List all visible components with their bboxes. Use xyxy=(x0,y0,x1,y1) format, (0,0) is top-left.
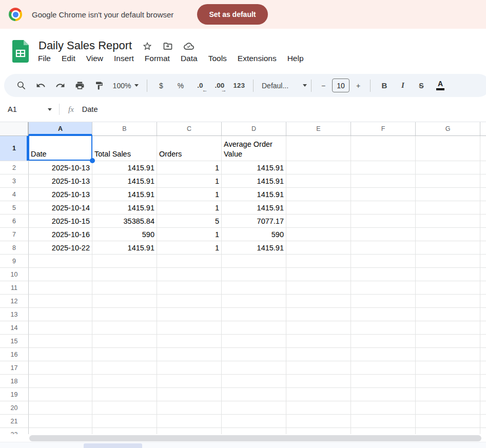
row-header-9[interactable]: 9 xyxy=(0,255,29,268)
cell-D17[interactable] xyxy=(222,361,286,375)
cell-G14[interactable] xyxy=(416,321,480,335)
cell-B1[interactable]: Total Sales xyxy=(92,136,157,161)
cell-A16[interactable] xyxy=(29,348,92,361)
cell-B19[interactable] xyxy=(92,388,157,401)
cell-E2[interactable] xyxy=(286,161,351,174)
cell-C15[interactable] xyxy=(157,335,222,348)
horizontal-scrollbar[interactable] xyxy=(29,435,481,441)
row-header-10[interactable]: 10 xyxy=(0,268,29,281)
cell-D19[interactable] xyxy=(222,388,286,401)
cell-D18[interactable] xyxy=(222,375,286,388)
column-header-G[interactable]: G xyxy=(416,122,480,135)
cell-C18[interactable] xyxy=(157,375,222,388)
row-header-21[interactable]: 21 xyxy=(0,415,29,428)
cell-F6[interactable] xyxy=(351,215,416,228)
cell-C2[interactable]: 1 xyxy=(157,161,222,174)
cell-B13[interactable] xyxy=(92,308,157,321)
cell-G3[interactable] xyxy=(416,174,480,188)
cell-C13[interactable] xyxy=(157,308,222,321)
menu-item-file[interactable]: File xyxy=(38,54,51,63)
cell-A14[interactable] xyxy=(29,321,92,335)
cell-F16[interactable] xyxy=(351,348,416,361)
cell-A19[interactable] xyxy=(29,388,92,401)
cell-B6[interactable]: 35385.84 xyxy=(92,215,157,228)
cell-B2[interactable]: 1415.91 xyxy=(92,161,157,174)
cell-A10[interactable] xyxy=(29,268,92,281)
row-header-1[interactable]: 1 xyxy=(0,136,29,161)
cell-A22[interactable] xyxy=(29,428,92,434)
cell-C19[interactable] xyxy=(157,388,222,401)
cell-F12[interactable] xyxy=(351,295,416,308)
cell-E13[interactable] xyxy=(286,308,351,321)
cell-C20[interactable] xyxy=(157,401,222,415)
row-header-19[interactable]: 19 xyxy=(0,388,29,401)
cell-D14[interactable] xyxy=(222,321,286,335)
cell-F22[interactable] xyxy=(351,428,416,434)
cell-C10[interactable] xyxy=(157,268,222,281)
cell-B5[interactable]: 1415.91 xyxy=(92,201,157,215)
cell-E11[interactable] xyxy=(286,281,351,295)
cell-G22[interactable] xyxy=(416,428,480,434)
cell-F4[interactable] xyxy=(351,188,416,201)
cell-F17[interactable] xyxy=(351,361,416,375)
undo-button[interactable] xyxy=(31,78,50,93)
font-family-select[interactable]: Defaul... xyxy=(258,82,307,90)
cell-F2[interactable] xyxy=(351,161,416,174)
cell-A11[interactable] xyxy=(29,281,92,295)
cell-A6[interactable]: 2025-10-15 xyxy=(29,215,92,228)
cell-F3[interactable] xyxy=(351,174,416,188)
cell-F18[interactable] xyxy=(351,375,416,388)
cell-E9[interactable] xyxy=(286,255,351,268)
row-header-4[interactable]: 4 xyxy=(0,188,29,201)
cell-F9[interactable] xyxy=(351,255,416,268)
cell-B4[interactable]: 1415.91 xyxy=(92,188,157,201)
cell-F7[interactable] xyxy=(351,228,416,241)
cell-E16[interactable] xyxy=(286,348,351,361)
row-header-11[interactable]: 11 xyxy=(0,281,29,295)
cell-C22[interactable] xyxy=(157,428,222,434)
menu-item-data[interactable]: Data xyxy=(181,54,198,63)
cell-E5[interactable] xyxy=(286,201,351,215)
column-header-B[interactable]: B xyxy=(92,122,157,135)
cell-D21[interactable] xyxy=(222,415,286,428)
cell-A4[interactable]: 2025-10-13 xyxy=(29,188,92,201)
cell-C4[interactable]: 1 xyxy=(157,188,222,201)
bold-button[interactable]: B xyxy=(375,78,394,93)
cell-G11[interactable] xyxy=(416,281,480,295)
cell-G12[interactable] xyxy=(416,295,480,308)
cell-F13[interactable] xyxy=(351,308,416,321)
chevron-down-icon[interactable] xyxy=(48,108,52,111)
cell-D20[interactable] xyxy=(222,401,286,415)
row-header-6[interactable]: 6 xyxy=(0,215,29,228)
cell-G16[interactable] xyxy=(416,348,480,361)
cell-C12[interactable] xyxy=(157,295,222,308)
cell-E19[interactable] xyxy=(286,388,351,401)
formula-input[interactable]: Date xyxy=(82,105,486,113)
cell-C17[interactable] xyxy=(157,361,222,375)
increase-decimal-button[interactable]: .00→ xyxy=(210,78,229,93)
row-header-14[interactable]: 14 xyxy=(0,321,29,335)
cell-F5[interactable] xyxy=(351,201,416,215)
cell-B18[interactable] xyxy=(92,375,157,388)
cell-A20[interactable] xyxy=(29,401,92,415)
cell-A7[interactable]: 2025-10-16 xyxy=(29,228,92,241)
cell-A2[interactable]: 2025-10-13 xyxy=(29,161,92,174)
cell-B8[interactable]: 1415.91 xyxy=(92,241,157,255)
cell-E4[interactable] xyxy=(286,188,351,201)
cell-A8[interactable]: 2025-10-22 xyxy=(29,241,92,255)
cell-D9[interactable] xyxy=(222,255,286,268)
cell-B9[interactable] xyxy=(92,255,157,268)
column-header-C[interactable]: C xyxy=(157,122,222,135)
increase-font-size-button[interactable]: + xyxy=(351,78,366,93)
cell-C7[interactable]: 1 xyxy=(157,228,222,241)
cell-B3[interactable]: 1415.91 xyxy=(92,174,157,188)
cell-C9[interactable] xyxy=(157,255,222,268)
menu-item-insert[interactable]: Insert xyxy=(114,54,134,63)
sheets-logo-icon[interactable] xyxy=(12,40,29,63)
cell-E1[interactable] xyxy=(286,136,351,161)
format-percent-button[interactable]: % xyxy=(171,78,190,93)
cell-E12[interactable] xyxy=(286,295,351,308)
cell-D15[interactable] xyxy=(222,335,286,348)
select-all-corner[interactable] xyxy=(0,122,29,135)
cell-G10[interactable] xyxy=(416,268,480,281)
